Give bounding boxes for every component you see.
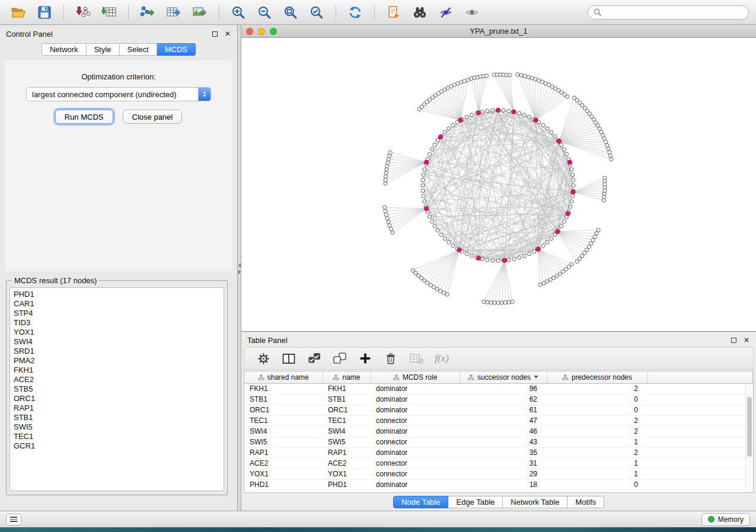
graph-node[interactable] [522, 254, 526, 258]
column-header-predecessor-nodes[interactable]: predecessor nodes [547, 371, 647, 383]
table-cell[interactable]: 1 [547, 458, 647, 469]
show-all-button[interactable] [461, 3, 483, 22]
table-cell[interactable]: ORC1 [323, 405, 371, 415]
mcds-result-item[interactable]: RAP1 [14, 403, 220, 413]
window-zoom-button[interactable] [270, 28, 277, 35]
graph-leaf-node[interactable] [534, 78, 537, 81]
graph-node[interactable] [572, 178, 575, 182]
graph-node[interactable] [439, 233, 443, 236]
column-header-successor-nodes[interactable]: successor nodes [460, 371, 547, 383]
graph-leaf-node[interactable] [484, 74, 488, 78]
graph-node[interactable] [433, 225, 436, 228]
graph-node[interactable] [496, 259, 500, 262]
table-cell[interactable]: SWI5 [323, 437, 371, 447]
tab-select[interactable]: Select [120, 43, 157, 56]
graph-node[interactable] [564, 152, 568, 156]
table-cell[interactable]: 1 [547, 437, 647, 447]
graph-node[interactable] [465, 252, 468, 255]
table-cell[interactable]: SWI4 [244, 426, 323, 437]
graph-node[interactable] [512, 257, 516, 261]
graph-node[interactable] [550, 237, 553, 241]
graph-node[interactable] [532, 249, 536, 253]
graph-leaf-node[interactable] [608, 150, 611, 154]
table-cell[interactable]: PHD1 [323, 479, 371, 490]
import-table-button[interactable] [98, 3, 120, 22]
graph-hub-node[interactable] [476, 256, 480, 260]
splitter-collapse-handle[interactable] [238, 263, 241, 276]
delete-column-button[interactable] [384, 351, 398, 366]
table-cell[interactable]: 96 [460, 383, 547, 394]
export-table-button[interactable] [162, 3, 185, 22]
graph-leaf-node[interactable] [445, 293, 449, 296]
graph-node[interactable] [486, 258, 489, 262]
table-cell[interactable]: PHD1 [244, 479, 323, 490]
select-all-button[interactable] [307, 351, 321, 366]
table-cell[interactable]: FKH1 [244, 383, 323, 394]
graph-leaf-node[interactable] [503, 301, 507, 305]
graph-leaf-node[interactable] [388, 224, 391, 227]
graph-leaf-node[interactable] [459, 81, 462, 84]
table-row[interactable]: YOX1YOX1connector291 [244, 469, 753, 479]
graph-node[interactable] [541, 123, 545, 127]
graph-node[interactable] [421, 189, 425, 193]
mcds-result-item[interactable]: SRD1 [14, 347, 220, 356]
graph-leaf-node[interactable] [439, 289, 442, 293]
tab-style[interactable]: Style [87, 43, 120, 56]
graph-node[interactable] [541, 244, 545, 248]
table-cell[interactable]: 35 [460, 447, 547, 458]
table-scrollbar[interactable] [745, 384, 753, 492]
task-history-button[interactable] [6, 514, 21, 525]
graph-node[interactable] [436, 229, 439, 232]
table-cell[interactable]: SWI4 [323, 426, 371, 437]
graph-hub-node[interactable] [566, 211, 570, 216]
graph-leaf-node[interactable] [384, 182, 387, 185]
graph-leaf-node[interactable] [384, 171, 388, 175]
column-header-shared-name[interactable]: shared name [244, 371, 323, 383]
table-cell[interactable]: 0 [547, 394, 647, 405]
criterion-dropdown[interactable]: largest connected component (undirected)… [26, 87, 211, 101]
deselect-all-button[interactable] [333, 351, 347, 366]
graph-leaf-node[interactable] [604, 140, 608, 143]
open-button[interactable] [7, 3, 30, 22]
graph-node[interactable] [518, 256, 521, 259]
panel-splitter[interactable] [237, 25, 241, 511]
graph-leaf-node[interactable] [607, 147, 610, 150]
graph-leaf-node[interactable] [511, 300, 514, 303]
export-image-button[interactable] [189, 3, 211, 22]
table-cell[interactable]: 29 [460, 469, 547, 479]
table-cell[interactable]: TEC1 [244, 415, 323, 426]
mcds-result-item[interactable]: TID3 [14, 318, 220, 328]
graph-leaf-node[interactable] [388, 150, 392, 154]
graph-node[interactable] [428, 215, 431, 219]
graph-leaf-node[interactable] [537, 79, 541, 82]
graph-leaf-node[interactable] [507, 300, 511, 304]
graph-hub-node[interactable] [438, 135, 442, 139]
graph-node[interactable] [560, 225, 563, 228]
graph-node[interactable] [546, 241, 549, 244]
graph-node[interactable] [507, 109, 511, 113]
graph-leaf-node[interactable] [610, 158, 613, 161]
graph-leaf-node[interactable] [593, 235, 596, 239]
mcds-result-item[interactable]: FKH1 [14, 366, 220, 375]
snapshot-button[interactable] [382, 3, 405, 22]
graph-node[interactable] [428, 152, 431, 156]
graph-hub-node[interactable] [425, 207, 429, 211]
graph-hub-node[interactable] [457, 248, 461, 252]
window-minimize-button[interactable] [258, 28, 265, 35]
tab-motifs[interactable]: Motifs [567, 496, 604, 508]
mcds-result-item[interactable]: SWI4 [14, 337, 220, 347]
table-cell[interactable]: dominator [371, 394, 460, 405]
mcds-result-item[interactable]: CAR1 [14, 299, 220, 309]
mcds-result-item[interactable]: ACE2 [14, 375, 220, 384]
mcds-result-item[interactable]: ORC1 [14, 394, 220, 403]
graph-leaf-node[interactable] [519, 73, 523, 77]
table-cell[interactable]: connector [371, 469, 460, 479]
zoom-out-button[interactable] [253, 3, 276, 22]
graph-node[interactable] [550, 130, 553, 134]
graph-leaf-node[interactable] [595, 232, 598, 235]
graph-node[interactable] [562, 148, 566, 151]
run-mcds-button[interactable]: Run MCDS [55, 110, 113, 124]
graph-leaf-node[interactable] [605, 143, 609, 147]
table-settings-button[interactable] [256, 351, 270, 366]
graph-node[interactable] [422, 173, 425, 177]
